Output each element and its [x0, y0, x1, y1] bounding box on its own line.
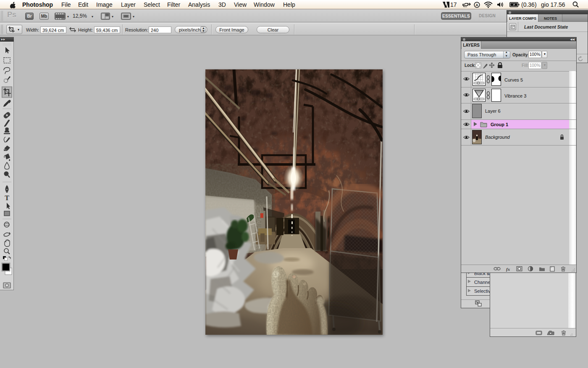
svg-text:T: T	[5, 194, 9, 201]
svg-text:A: A	[475, 3, 478, 7]
svg-text:fx: fx	[506, 267, 510, 272]
